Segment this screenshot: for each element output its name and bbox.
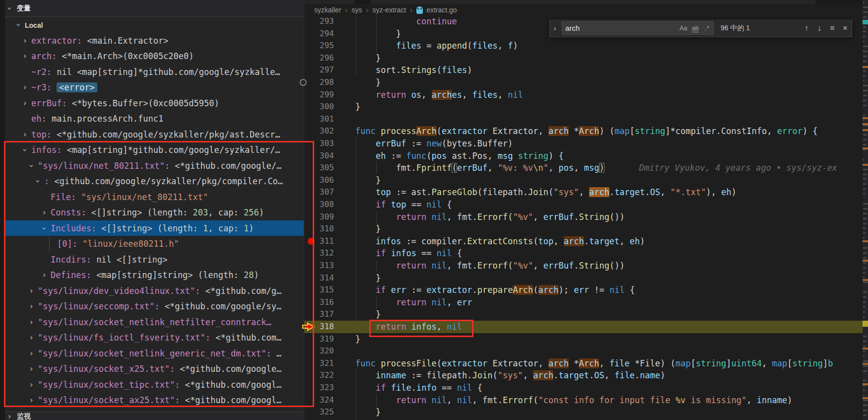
- line-number[interactable]: 312: [314, 247, 334, 260]
- line-number[interactable]: 307: [314, 186, 334, 199]
- variable-row[interactable]: File: "sys/linux/net_80211.txt": [0, 189, 304, 205]
- chevron-down-icon[interactable]: ›: [41, 225, 48, 232]
- variable-row[interactable]: ~r2: nil <map[string]*github.com/google/…: [0, 64, 304, 80]
- previous-match-button[interactable]: ↑: [800, 24, 813, 33]
- line-number[interactable]: 320: [314, 345, 334, 357]
- code-line[interactable]: 324 return nil, nil, fmt.Errorf("const i…: [304, 394, 863, 407]
- code-line[interactable]: 298 }: [304, 76, 863, 89]
- code-line[interactable]: 305 fmt.Fprintf(errBuf, "%v: %v\n", pos,…: [304, 162, 863, 174]
- variable-row[interactable]: ›errBuf: <*bytes.Buffer>(0xc0005d5950): [0, 95, 304, 111]
- chevron-right-icon[interactable]: ›: [28, 319, 35, 326]
- code-line[interactable]: 314 }: [304, 272, 863, 284]
- code-line[interactable]: 311 infos := compiler.ExtractConsts(top,…: [304, 235, 863, 248]
- line-number[interactable]: 296: [314, 52, 334, 65]
- line-number[interactable]: 293: [314, 15, 334, 28]
- line-number[interactable]: 318: [314, 321, 334, 333]
- line-number[interactable]: 300: [314, 101, 334, 113]
- code-line[interactable]: 300}: [304, 101, 863, 113]
- variable-row[interactable]: ›"sys/linux/fs_ioctl_fsverity.txt": <*gi…: [0, 330, 304, 346]
- chevron-down-icon[interactable]: ›: [21, 146, 28, 153]
- code-line[interactable]: 320: [304, 345, 863, 357]
- code-line[interactable]: 297 sort.Strings(files): [304, 64, 863, 76]
- line-number[interactable]: 321: [314, 357, 334, 370]
- variable-row[interactable]: ›"sys/linux/dev_video4linux.txt": <*gith…: [0, 283, 304, 299]
- match-case-icon[interactable]: Aa: [677, 25, 689, 32]
- variable-row[interactable]: ›extractor: <main.Extractor>: [0, 33, 304, 49]
- line-number[interactable]: 324: [314, 394, 334, 407]
- chevron-right-icon[interactable]: ›: [21, 37, 28, 44]
- code-line[interactable]: 318 return infos, nil: [304, 321, 863, 333]
- code-line[interactable]: 303 errBuf := new(bytes.Buffer): [304, 138, 863, 150]
- line-number[interactable]: 323: [314, 382, 334, 394]
- code-line[interactable]: 308 if top == nil {: [304, 199, 863, 211]
- chevron-right-icon[interactable]: ›: [21, 131, 28, 138]
- line-number[interactable]: 311: [314, 235, 334, 248]
- chevron-down-icon[interactable]: ›: [34, 178, 41, 185]
- code-line[interactable]: 312 if infos == nil {: [304, 247, 863, 260]
- variable-row[interactable]: ›Local: [0, 17, 304, 33]
- code-line[interactable]: 309 return nil, fmt.Errorf("%v", errBuf.…: [304, 211, 863, 223]
- variable-row[interactable]: ›"sys/linux/seccomp.txt": <*github.com/g…: [0, 298, 304, 314]
- variable-row[interactable]: ›Includes: <[]string> (length: 1, cap: 1…: [0, 220, 304, 236]
- regex-icon[interactable]: .*: [701, 25, 713, 32]
- code-line[interactable]: 322 inname := filepath.Join("sys", arch.…: [304, 369, 863, 382]
- chevron-right-icon[interactable]: ›: [41, 209, 48, 216]
- line-number[interactable]: 319: [314, 333, 334, 346]
- line-number[interactable]: 294: [314, 28, 334, 40]
- line-number[interactable]: 298: [314, 76, 334, 89]
- variable-row[interactable]: ›~r3: <error>: [0, 79, 304, 95]
- line-number[interactable]: 315: [314, 284, 334, 296]
- minimap[interactable]: [863, 0, 868, 420]
- variable-row[interactable]: ›"sys/linux/socket_tipc.txt": <*github.c…: [0, 377, 304, 393]
- line-number[interactable]: 308: [314, 199, 334, 211]
- variable-row[interactable]: ›"sys/linux/socket_ax25.txt": <*github.c…: [0, 392, 304, 408]
- code-line[interactable]: 310 }: [304, 223, 863, 235]
- code-line[interactable]: 315 if err := extractor.prepareArch(arch…: [304, 284, 863, 296]
- line-number[interactable]: 309: [314, 211, 334, 223]
- code-line[interactable]: 317 }: [304, 308, 863, 321]
- chevron-right-icon[interactable]: ›: [21, 84, 28, 91]
- chevron-right-icon[interactable]: ›: [28, 350, 35, 357]
- chevron-down-icon[interactable]: ›: [28, 162, 35, 169]
- chevron-right-icon[interactable]: ›: [28, 381, 35, 388]
- variable-row[interactable]: ›Consts: <[]string> (length: 203, cap: 2…: [0, 205, 304, 220]
- chevron-right-icon[interactable]: ›: [28, 397, 35, 404]
- line-number[interactable]: 299: [314, 89, 334, 101]
- chevron-right-icon[interactable]: ›: [28, 287, 35, 294]
- whole-word-icon[interactable]: ab: [689, 25, 701, 32]
- find-input[interactable]: [562, 24, 677, 32]
- variable-row[interactable]: eh: main.processArch.func1: [0, 111, 304, 127]
- variable-row[interactable]: ›: <github.com/google/syzkaller/pkg/comp…: [0, 173, 304, 189]
- line-number[interactable]: 316: [314, 296, 334, 309]
- code-line[interactable]: 304 eh := func(pos ast.Pos, msg string) …: [304, 150, 863, 162]
- variable-row[interactable]: ›"sys/linux/socket_netlink_netfilter_con…: [0, 314, 304, 330]
- code-line[interactable]: 302func processArch(extractor Extractor,…: [304, 125, 863, 138]
- chevron-right-icon[interactable]: ›: [21, 100, 28, 107]
- line-number[interactable]: 302: [314, 125, 334, 138]
- next-match-button[interactable]: ↓: [813, 24, 826, 33]
- variable-row[interactable]: ›top: <*github.com/google/syzkaller/pkg/…: [0, 127, 304, 142]
- variable-row[interactable]: ›"sys/linux/socket_netlink_generic_net_d…: [0, 346, 304, 361]
- line-number[interactable]: 314: [314, 272, 334, 284]
- line-number[interactable]: 306: [314, 174, 334, 187]
- line-number[interactable]: 305: [314, 162, 334, 174]
- chevron-right-icon[interactable]: ›: [41, 272, 48, 279]
- line-number[interactable]: 301: [314, 113, 334, 126]
- code-line[interactable]: 321func processFile(extractor Extractor,…: [304, 357, 863, 370]
- line-number[interactable]: 304: [314, 150, 334, 162]
- line-number[interactable]: 310: [314, 223, 334, 235]
- find-in-selection-button[interactable]: ≡: [826, 24, 839, 33]
- variable-row[interactable]: ›"sys/linux/net_80211.txt": <*github.com…: [0, 158, 304, 174]
- code-line[interactable]: 296 }: [304, 52, 863, 65]
- code-line[interactable]: 306 }: [304, 174, 863, 187]
- line-number[interactable]: 325: [314, 406, 334, 419]
- chevron-right-icon[interactable]: ›: [21, 53, 28, 60]
- line-number[interactable]: 317: [314, 308, 334, 321]
- line-number[interactable]: 295: [314, 40, 334, 52]
- line-number[interactable]: 313: [314, 260, 334, 272]
- editor-pane[interactable]: syzkaller›sys›syz-extract›extract.go 293…: [304, 0, 868, 420]
- line-number[interactable]: 297: [314, 64, 334, 76]
- variable-row[interactable]: ›Defines: <map[string]string> (length: 2…: [0, 267, 304, 283]
- watch-section-header[interactable]: › 监视: [0, 412, 304, 420]
- variable-row[interactable]: ›arch: <*main.Arch>(0xc0005c20e0): [0, 48, 304, 64]
